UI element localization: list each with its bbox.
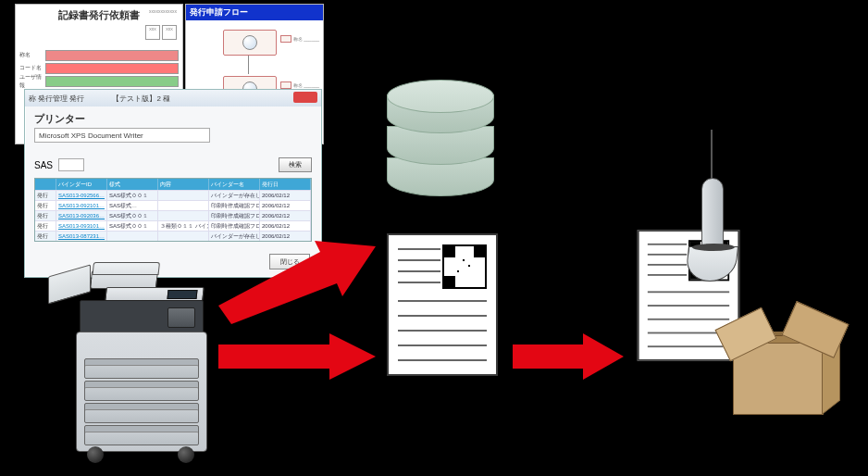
close-icon[interactable]	[293, 92, 317, 103]
table-row[interactable]: 発行SAS013-087231…バインダーが存在しませ…2006/02/12	[35, 231, 311, 241]
multifunction-printer-icon	[76, 259, 215, 463]
search-input[interactable]	[58, 158, 84, 171]
flow-node	[223, 30, 277, 56]
table-header: バインダーID 様式 内容 バインダー名 発行日	[35, 179, 311, 190]
flow-legend-item: 称名 ______	[280, 35, 319, 43]
svg-marker-0	[218, 241, 376, 324]
qr-document-icon	[387, 233, 498, 376]
printer-select[interactable]: Microsoft XPS Document Writer	[34, 128, 210, 143]
table-row[interactable]: 発行SAS013-092101…SAS様式…印刷時作成確認フロー０１2006/0…	[35, 200, 311, 210]
form-header-code: xxxxxxxxxxxx	[149, 8, 177, 14]
arrow-icon	[218, 333, 376, 380]
form-row-label: 称名	[19, 51, 45, 59]
cardboard-box-icon	[725, 304, 840, 415]
approval-stamp-boxes: xxxxxx	[145, 25, 177, 40]
table-row[interactable]: 発行SAS013-092036…SAS様式００１印刷時作成確認フロー０１2006…	[35, 210, 311, 220]
results-table: バインダーID 様式 内容 バインダー名 発行日 発行SAS013-092566…	[34, 178, 312, 242]
flow-legend-item: 称名 ______	[280, 81, 319, 89]
table-row[interactable]: 発行SAS013-093101…SAS様式００１３種類０１１ バインダー１印刷時…	[35, 220, 311, 231]
flow-window-header: 発行申請フロー	[186, 5, 323, 20]
search-button[interactable]: 検索	[279, 157, 312, 172]
search-field-label: SAS	[34, 160, 53, 170]
form-row-label: コード名	[19, 64, 45, 72]
printer-label: プリンター	[34, 112, 312, 126]
print-dialog-titlebar: 称 発行管理 発行 【テスト版】2 種	[25, 90, 321, 106]
workflow-diagram: 記録書発行依頼書 xxxxxxxxxxxx xxxxxx 称名 コード名 ユーザ…	[0, 0, 868, 476]
qr-code-icon	[442, 244, 487, 289]
svg-marker-2	[513, 333, 624, 380]
arrow-icon	[513, 333, 624, 380]
barcode-scanner-icon	[685, 130, 740, 296]
table-row[interactable]: 発行SAS013-092566…SAS様式００１バインダーが存在しませ…2006…	[35, 190, 311, 200]
form-row-label: ユーザ情報	[19, 73, 45, 90]
svg-marker-1	[218, 333, 376, 380]
arrow-icon	[218, 241, 376, 324]
database-icon	[387, 80, 494, 198]
